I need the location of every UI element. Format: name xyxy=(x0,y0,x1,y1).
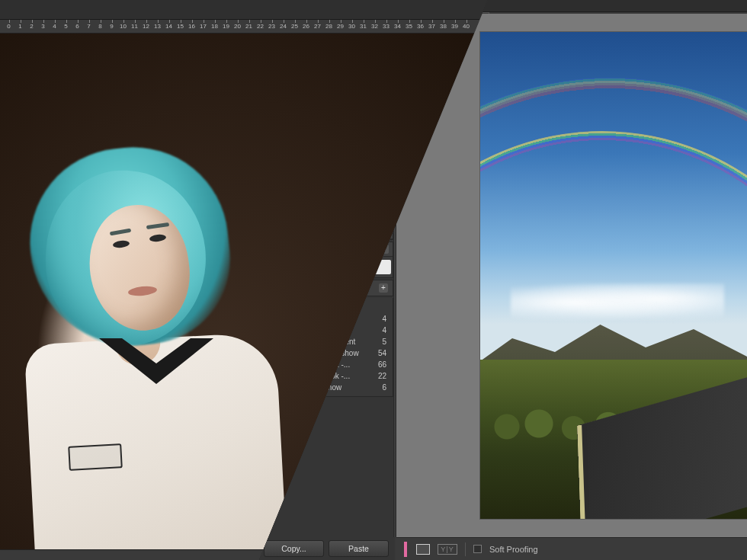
toolbar-separator xyxy=(465,542,466,556)
collections-add-button[interactable]: + xyxy=(379,283,388,293)
ruler-tick: 39 xyxy=(449,23,460,30)
ruler-tick: 31 xyxy=(357,23,369,30)
toolbar-accent-marker xyxy=(404,542,407,557)
ruler-tick: 14 xyxy=(163,23,175,30)
ruler-tick: 1 xyxy=(14,23,26,30)
ruler-tick: 4 xyxy=(49,23,60,30)
lightroom-toolbar: Y|Y Soft Proofing xyxy=(396,537,747,560)
ruler-tick: 35 xyxy=(403,23,415,30)
ruler-tick: 15 xyxy=(175,23,186,30)
ruler-tick: 8 xyxy=(95,23,106,30)
ruler-tick: 9 xyxy=(106,23,117,30)
ruler-tick: 24 xyxy=(277,23,289,30)
paste-button[interactable]: Paste xyxy=(329,540,389,557)
ruler-tick: 23 xyxy=(266,23,277,30)
collection-count: 4 xyxy=(382,315,386,323)
portrait-pocket xyxy=(68,443,123,471)
ruler-tick: 10 xyxy=(117,23,129,30)
ruler-tick: 16 xyxy=(186,23,197,30)
ruler-tick: 5 xyxy=(60,23,72,30)
ruler-tick: 12 xyxy=(140,23,152,30)
ruler-tick: 27 xyxy=(312,23,323,30)
ruler-tick: 38 xyxy=(438,23,449,30)
ruler-tick: 40 xyxy=(460,23,472,30)
copy-button[interactable]: Copy... xyxy=(264,540,324,557)
collection-count: 6 xyxy=(382,383,386,392)
collection-count: 5 xyxy=(382,338,386,346)
ruler-tick: 19 xyxy=(220,23,232,30)
ruler-tick: 29 xyxy=(335,23,346,30)
ruler-tick: 36 xyxy=(415,23,426,30)
collection-count: 54 xyxy=(378,349,386,357)
ruler-tick: 2 xyxy=(26,23,37,30)
ruler-tick: 7 xyxy=(83,23,95,30)
ruler-tick: 30 xyxy=(346,23,357,30)
ruler-tick: 33 xyxy=(380,23,392,30)
ruler-tick: 6 xyxy=(72,23,83,30)
soft-proofing-label: Soft Proofing xyxy=(489,545,538,554)
before-after-button[interactable]: Y|Y xyxy=(438,544,457,555)
ruler-tick: 34 xyxy=(392,23,403,30)
collection-count: 66 xyxy=(378,360,386,369)
ruler-tick: 25 xyxy=(289,23,300,30)
ruler-tick: 17 xyxy=(197,23,209,30)
ruler-tick: 3 xyxy=(37,23,49,30)
lightroom-copy-paste-bar: Copy... Paste xyxy=(259,537,393,560)
soft-proofing-checkbox[interactable] xyxy=(473,545,482,553)
ruler-tick: 20 xyxy=(232,23,243,30)
ruler-tick: 28 xyxy=(323,23,335,30)
ruler-tick: 26 xyxy=(300,23,312,30)
landscape-photo[interactable] xyxy=(480,32,747,519)
ruler-tick: 0 xyxy=(3,23,14,30)
loupe-view-button[interactable] xyxy=(416,544,430,555)
ruler-tick: 13 xyxy=(152,23,163,30)
ruler-tick: 37 xyxy=(426,23,438,30)
ruler-tick: 32 xyxy=(369,23,380,30)
collection-count: 22 xyxy=(378,372,386,380)
photo-clouds xyxy=(511,283,724,322)
ruler-tick: 11 xyxy=(129,23,140,30)
ruler-tick: 22 xyxy=(255,23,266,30)
ruler-tick: 21 xyxy=(243,23,255,30)
collection-count: 4 xyxy=(382,326,386,334)
ruler-tick: 18 xyxy=(209,23,220,30)
